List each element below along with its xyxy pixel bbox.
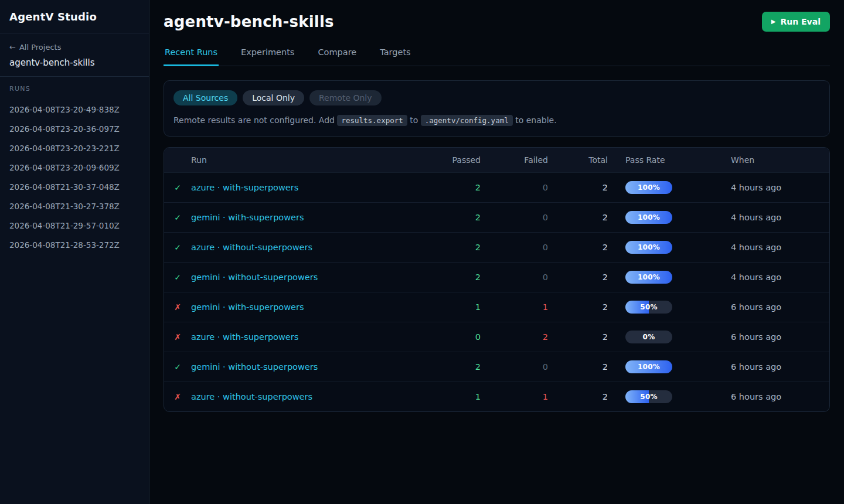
check-icon: ✓ [164,233,191,263]
run-when: 6 hours ago [731,292,829,322]
failed-count: 1 [481,292,548,322]
sidebar-run-item-label: 2026-04-08T23-20-49-838Z [9,105,120,114]
source-filter-pill-label: Remote Only [319,93,372,103]
sidebar-run-item[interactable]: 2026-04-08T21-30-37-048Z [9,177,139,196]
sidebar-run-item[interactable]: 2026-04-08T21-28-53-272Z [9,235,139,254]
passed-count: 2 [410,352,481,382]
tab-label: Recent Runs [165,47,217,57]
pass-rate-label: 0% [625,331,672,343]
failed-count: 0 [481,352,548,382]
passed-count: 2 [410,203,481,233]
sidebar-run-item-label: 2026-04-08T23-20-09-609Z [9,163,120,172]
passed-count: 2 [410,233,481,263]
runs-table-body: ✓ azure · with-superpowers 2 0 2 100% 4 … [164,173,829,412]
pass-rate-badge: 0% [625,331,672,343]
sidebar-run-item-label: 2026-04-08T23-20-36-097Z [9,124,120,134]
run-link[interactable]: azure · without-superpowers [191,243,312,252]
pass-rate-label: 50% [625,301,672,314]
runs-table-card: Run Passed Failed Total Pass Rate When ✓… [164,147,830,412]
page-title: agentv-bench-skills [164,13,334,30]
run-link[interactable]: gemini · without-superpowers [191,273,318,282]
sidebar-run-item[interactable]: 2026-04-08T23-20-09-609Z [9,158,139,177]
pass-rate-badge: 50% [625,301,672,314]
run-link[interactable]: azure · without-superpowers [191,392,312,401]
sidebar-run-item-label: 2026-04-08T23-20-23-221Z [9,144,120,153]
total-count: 2 [548,173,608,203]
sidebar-run-item[interactable]: 2026-04-08T23-20-49-838Z [9,100,139,119]
pass-rate-label: 100% [625,360,672,373]
tab-experiments[interactable]: Experiments [240,47,295,66]
sidebar-run-item[interactable]: 2026-04-08T23-20-23-221Z [9,138,139,158]
app-title: AgentV Studio [9,11,139,23]
all-projects-label: All Projects [19,43,62,52]
sidebar-run-item-label: 2026-04-08T21-30-27-378Z [9,202,120,211]
table-row: ✗ azure · with-superpowers 0 2 2 0% 6 ho… [164,322,829,352]
tab-recent-runs[interactable]: Recent Runs [164,47,219,66]
app-root: AgentV Studio ← All Projects agentv-benc… [0,0,844,504]
run-eval-button[interactable]: ▶ Run Eval [762,12,830,32]
source-filter-pill-label: All Sources [183,93,228,103]
tab-label: Targets [380,47,410,57]
table-row: ✗ azure · without-superpowers 1 1 2 50% … [164,382,829,412]
pass-rate-badge: 100% [625,360,672,373]
total-count: 2 [548,352,608,382]
failed-count: 0 [481,173,548,203]
column-header-total: Total [548,148,608,173]
sidebar-run-item-label: 2026-04-08T21-29-57-010Z [9,221,120,230]
source-filter-local-only[interactable]: Local Only [243,90,304,105]
source-filter-pills: All SourcesLocal OnlyRemote Only [173,90,820,105]
pass-rate-badge: 100% [625,271,672,284]
play-icon: ▶ [771,19,776,25]
run-link[interactable]: gemini · without-superpowers [191,362,318,372]
column-header-pass-rate: Pass Rate [608,148,731,173]
sidebar-runs-list: 2026-04-08T23-20-49-838Z2026-04-08T23-20… [9,100,139,254]
sidebar-runs-section: RUNS 2026-04-08T23-20-49-838Z2026-04-08T… [0,77,149,263]
total-count: 2 [548,233,608,263]
failed-count: 0 [481,233,548,263]
failed-count: 0 [481,203,548,233]
notice-text: to enable. [513,115,557,125]
column-header-when: When [731,148,829,173]
table-header-row: Run Passed Failed Total Pass Rate When [164,148,829,173]
source-filter-remote-only: Remote Only [309,90,382,105]
table-row: ✓ gemini · with-superpowers 2 0 2 100% 4… [164,203,829,233]
passed-count: 1 [410,382,481,412]
main-content: agentv-bench-skills ▶ Run Eval Recent Ru… [149,0,844,504]
column-header-run: Run [191,148,410,173]
failed-count: 2 [481,322,548,352]
run-when: 6 hours ago [731,382,829,412]
failed-count: 1 [481,382,548,412]
passed-count: 1 [410,292,481,322]
run-link[interactable]: gemini · with-superpowers [191,302,304,312]
tab-targets[interactable]: Targets [379,47,411,66]
run-when: 4 hours ago [731,173,829,203]
source-filter-card: All SourcesLocal OnlyRemote Only Remote … [164,80,830,137]
sidebar-run-item[interactable]: 2026-04-08T21-29-57-010Z [9,216,139,235]
check-icon: ✓ [164,352,191,382]
tab-compare[interactable]: Compare [316,47,358,66]
sidebar-run-item[interactable]: 2026-04-08T23-20-36-097Z [9,119,139,138]
pass-rate-label: 50% [625,390,672,403]
code-config-yaml: .agentv/config.yaml [421,115,513,126]
table-row: ✓ gemini · without-superpowers 2 0 2 100… [164,263,829,292]
run-when: 4 hours ago [731,233,829,263]
all-projects-link[interactable]: ← All Projects [9,43,61,52]
column-header-passed: Passed [410,148,481,173]
sidebar-project-section: ← All Projects agentv-bench-skills [0,33,149,77]
notice-text: Remote results are not configured. Add [173,115,337,125]
table-row: ✓ azure · without-superpowers 2 0 2 100%… [164,233,829,263]
table-row: ✓ gemini · without-superpowers 2 0 2 100… [164,352,829,382]
pass-rate-label: 100% [625,181,672,194]
passed-count: 0 [410,322,481,352]
runs-section-label: RUNS [9,85,139,93]
run-when: 6 hours ago [731,322,829,352]
cross-icon: ✗ [164,292,191,322]
pass-rate-label: 100% [625,241,672,254]
cross-icon: ✗ [164,322,191,352]
sidebar-run-item[interactable]: 2026-04-08T21-30-27-378Z [9,196,139,216]
source-filter-all-sources[interactable]: All Sources [173,90,237,105]
run-link[interactable]: azure · with-superpowers [191,332,298,342]
remote-config-notice: Remote results are not configured. Add r… [173,115,820,125]
run-link[interactable]: gemini · with-superpowers [191,213,304,222]
run-link[interactable]: azure · with-superpowers [191,183,298,192]
